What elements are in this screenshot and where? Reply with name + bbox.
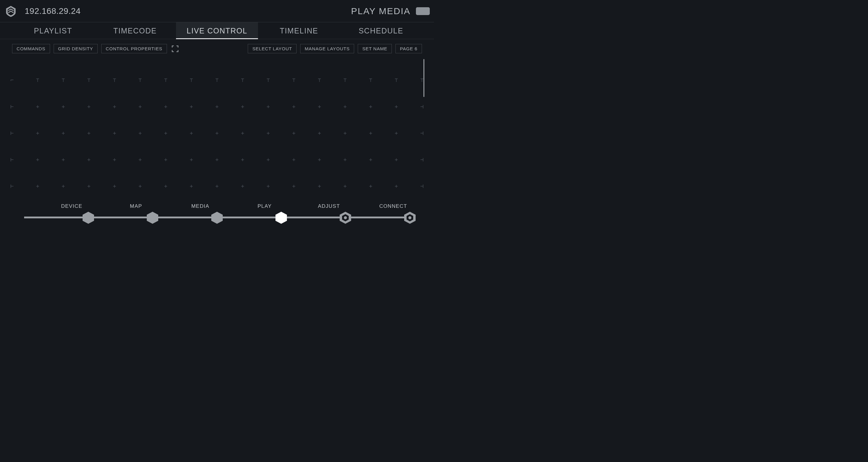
grid-cell[interactable]: ⊤ [137,77,143,83]
grid-cell[interactable]: ⊤ [342,77,348,83]
workflow-step-adjust[interactable]: ADJUST [302,203,356,209]
grid-cell[interactable]: ⊤ [163,77,169,83]
grid-cell[interactable]: + [86,104,92,110]
grid-cell[interactable]: + [214,104,220,110]
workflow-hex-icon[interactable] [274,210,288,224]
grid-cell[interactable]: ⌐ [9,77,15,83]
grid-cell[interactable]: + [137,130,143,136]
grid-cell[interactable]: + [265,130,271,136]
grid-cell[interactable]: + [393,104,399,110]
grid-cell[interactable]: + [112,157,118,163]
grid-cell[interactable]: + [188,183,194,189]
grid-cell[interactable]: + [393,130,399,136]
grid-cell[interactable]: ⊤ [393,77,399,83]
grid-density-button[interactable]: GRID DENSITY [54,44,98,53]
workflow-hex-icon[interactable] [338,210,352,224]
grid-cell[interactable]: ⊤ [86,77,92,83]
grid-cell[interactable]: + [188,157,194,163]
fullscreen-icon[interactable] [170,44,180,53]
tab-schedule[interactable]: SCHEDULE [340,22,422,39]
grid-cell[interactable]: + [342,183,348,189]
grid-cell[interactable]: + [393,183,399,189]
grid-cell[interactable]: + [163,183,169,189]
grid-cell[interactable]: + [368,157,374,163]
grid-cell[interactable]: ⊣ [419,104,425,110]
grid-cell[interactable]: + [316,130,322,136]
grid-cell[interactable]: ⊤ [188,77,194,83]
grid-cell[interactable]: + [316,183,322,189]
grid-cell[interactable]: + [60,183,66,189]
grid-cell[interactable]: + [137,104,143,110]
workflow-step-connect[interactable]: CONNECT [366,203,421,209]
grid-cell[interactable]: ⊤ [240,77,246,83]
grid-cell[interactable]: + [368,183,374,189]
manage-layouts-button[interactable]: MANAGE LAYOUTS [300,44,354,53]
grid-cell[interactable]: + [265,183,271,189]
tab-timecode[interactable]: TIMECODE [94,22,176,39]
grid-cell[interactable]: + [60,104,66,110]
grid-cell[interactable]: + [214,130,220,136]
grid-cell[interactable]: + [35,130,41,136]
grid-cell[interactable]: + [291,157,297,163]
grid-cell[interactable]: ⊤ [291,77,297,83]
grid-cell[interactable]: ⊤ [265,77,271,83]
page-button[interactable]: PAGE 6 [396,44,422,53]
grid-cell[interactable]: + [163,157,169,163]
grid-cell[interactable]: + [112,183,118,189]
grid-cell[interactable]: + [342,104,348,110]
grid-cell[interactable]: ⊣ [419,157,425,163]
grid-cell[interactable]: + [163,130,169,136]
grid-cell[interactable]: + [240,130,246,136]
control-grid[interactable]: ⌐⊤⊤⊤⊤⊤⊤⊤⊤⊤⊤⊤⊤⊤⊤⊤⊤⊢+++++++++++++++⊣⊢+++++… [12,77,422,195]
grid-cell[interactable]: ⊢ [9,104,15,110]
workflow-hex-icon[interactable] [210,210,224,224]
grid-cell[interactable]: + [265,157,271,163]
grid-cell[interactable]: + [214,183,220,189]
tab-timeline[interactable]: TIMELINE [258,22,340,39]
grid-cell[interactable]: ⊢ [9,157,15,163]
grid-cell[interactable]: + [86,183,92,189]
grid-cell[interactable]: + [188,130,194,136]
grid-cell[interactable]: + [35,157,41,163]
grid-cell[interactable]: + [368,104,374,110]
grid-cell[interactable]: + [342,130,348,136]
workflow-step-play[interactable]: PLAY [238,203,292,209]
commands-button[interactable]: COMMANDS [12,44,50,53]
grid-cell[interactable]: ⊤ [112,77,118,83]
grid-cell[interactable]: + [188,104,194,110]
control-properties-button[interactable]: CONTROL PROPERTIES [101,44,167,53]
grid-cell[interactable]: + [291,104,297,110]
workflow-hex-icon[interactable] [82,210,95,224]
tab-playlist[interactable]: PLAYLIST [12,22,94,39]
grid-cell[interactable]: ⊢ [9,183,15,189]
grid-cell[interactable]: + [316,104,322,110]
grid-cell[interactable]: ⊤ [35,77,41,83]
grid-cell[interactable]: + [86,157,92,163]
workflow-step-media[interactable]: MEDIA [173,203,227,209]
grid-cell[interactable]: + [35,104,41,110]
workflow-hex-icon[interactable] [146,210,159,224]
grid-cell[interactable]: + [60,157,66,163]
grid-cell[interactable]: + [342,157,348,163]
grid-cell[interactable]: + [240,183,246,189]
grid-cell[interactable]: ⊤ [214,77,220,83]
grid-cell[interactable]: + [60,130,66,136]
grid-cell[interactable]: + [112,104,118,110]
grid-cell[interactable]: ⊤ [60,77,66,83]
grid-cell[interactable]: ⊤ [368,77,374,83]
grid-cell[interactable]: + [265,104,271,110]
grid-cell[interactable]: + [137,183,143,189]
grid-cell[interactable]: + [240,157,246,163]
grid-cell[interactable]: + [291,130,297,136]
grid-cell[interactable]: + [35,183,41,189]
set-name-button[interactable]: SET NAME [358,44,392,53]
grid-cell[interactable]: ⊣ [419,183,425,189]
grid-cell[interactable]: + [137,157,143,163]
workflow-step-map[interactable]: MAP [109,203,163,209]
grid-cell[interactable]: + [316,157,322,163]
grid-cell[interactable]: ⊤ [419,77,425,83]
grid-cell[interactable]: + [86,130,92,136]
grid-cell[interactable]: + [214,157,220,163]
grid-cell[interactable]: + [291,183,297,189]
tab-live-control[interactable]: LIVE CONTROL [176,22,258,39]
